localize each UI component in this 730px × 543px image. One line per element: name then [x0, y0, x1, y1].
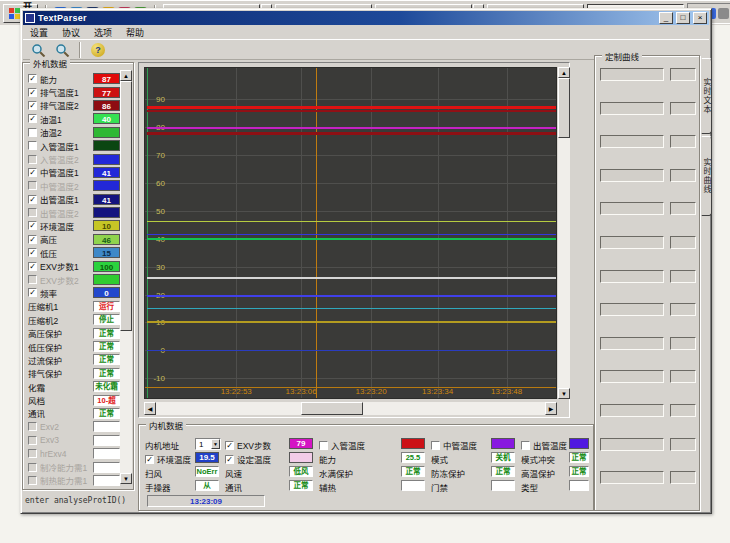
checkbox[interactable]: ✓ [28, 248, 37, 257]
checkbox[interactable]: ✓ [28, 114, 37, 123]
checkbox[interactable] [28, 436, 37, 445]
grid-line [145, 99, 556, 100]
out-temp-checkbox-row[interactable]: 出管温度 [521, 439, 567, 451]
plot-area[interactable]: 13:22:5313:23:0613:23:2013:23:3413:23:48… [144, 67, 557, 399]
item-value: 77 [93, 87, 120, 98]
env-temp-checkbox-row[interactable]: ✓环境温度 [145, 453, 191, 465]
checkbox[interactable] [28, 463, 37, 472]
scroll-up-icon[interactable]: ▲ [120, 70, 132, 81]
curve-value-field[interactable] [670, 169, 696, 182]
checkbox[interactable] [28, 476, 37, 485]
curve-name-field[interactable] [600, 102, 664, 115]
help-button[interactable]: ? [87, 41, 109, 59]
curve-name-field[interactable] [600, 270, 664, 283]
chart-vscrollbar[interactable]: ▲ ▼ [558, 67, 570, 399]
inlet-temp-checkbox-row[interactable]: 入管温度 [319, 439, 365, 451]
curve-value-field[interactable] [670, 236, 696, 249]
series-line-5 [147, 234, 556, 235]
tab-realtime-text[interactable]: 实时文本 [701, 58, 712, 134]
tab-realtime-curve[interactable]: 实时曲线 [701, 136, 712, 216]
curve-value-field[interactable] [670, 303, 696, 316]
curve-value-field[interactable] [670, 135, 696, 148]
scroll-thumb[interactable] [120, 81, 132, 331]
series-line-6 [147, 238, 556, 240]
curve-name-field[interactable] [600, 135, 664, 148]
curve-value-field[interactable] [670, 337, 696, 350]
checkbox[interactable] [28, 181, 37, 190]
checkbox[interactable]: ✓ [28, 221, 37, 230]
chevron-down-icon[interactable]: ▼ [211, 439, 220, 449]
checkbox[interactable]: ✓ [145, 455, 154, 464]
curve-name-field[interactable] [600, 68, 664, 81]
curve-name-field[interactable] [600, 337, 664, 350]
curve-name-field[interactable] [600, 370, 664, 383]
checkbox[interactable] [319, 441, 328, 450]
checkbox[interactable]: ✓ [28, 195, 37, 204]
checkbox[interactable]: ✓ [28, 235, 37, 244]
curve-value-field[interactable] [670, 270, 696, 283]
exv-steps-checkbox-row[interactable]: ✓EXV步数 [225, 439, 271, 451]
address-select[interactable]: 1▼ [195, 438, 221, 450]
scroll-up-icon[interactable]: ▲ [558, 67, 570, 78]
scroll-right-icon[interactable]: ▶ [545, 402, 557, 415]
outdoor-item-25: 通讯正常 [26, 407, 120, 420]
scroll-thumb[interactable] [558, 78, 570, 138]
menu-item-2[interactable]: 选项 [87, 26, 119, 39]
scroll-thumb[interactable] [301, 402, 363, 415]
checkbox[interactable]: ✓ [28, 88, 37, 97]
checkbox[interactable] [28, 128, 37, 137]
scroll-left-icon[interactable]: ◀ [144, 402, 156, 415]
maximize-button[interactable]: □ [676, 12, 690, 24]
checkbox[interactable] [28, 449, 37, 458]
curve-name-field[interactable] [600, 438, 664, 451]
curve-name-field[interactable] [600, 236, 664, 249]
checkbox[interactable]: ✓ [225, 441, 234, 450]
title-bar[interactable]: TextParser _ □ × [23, 11, 709, 25]
curve-name-field[interactable] [600, 404, 664, 417]
curve-value-field[interactable] [670, 471, 696, 484]
curve-value-field[interactable] [670, 438, 696, 451]
menu-item-1[interactable]: 协议 [55, 26, 87, 39]
checkbox[interactable] [28, 141, 37, 150]
checkbox[interactable]: ✓ [225, 455, 234, 464]
set-temp-checkbox-row[interactable]: ✓设定温度 [225, 453, 271, 465]
checkbox[interactable] [521, 441, 530, 450]
menu-item-0[interactable]: 设置 [23, 26, 55, 39]
checkbox[interactable]: ✓ [28, 168, 37, 177]
checkbox[interactable] [28, 275, 37, 284]
curve-value-field[interactable] [670, 404, 696, 417]
checkbox[interactable]: ✓ [28, 288, 37, 297]
curve-name-field[interactable] [600, 303, 664, 316]
curve-name-field[interactable] [600, 471, 664, 484]
menu-item-3[interactable]: 帮助 [119, 26, 151, 39]
checkbox[interactable] [28, 422, 37, 431]
group5-value-3 [569, 480, 589, 491]
curve-row-1 [600, 102, 696, 115]
curve-name-field[interactable] [600, 169, 664, 182]
empty-badge [289, 452, 313, 463]
outdoor-scrollbar[interactable]: ▲ ▼ [120, 70, 132, 484]
x-baseline [145, 387, 556, 388]
curve-value-field[interactable] [670, 202, 696, 215]
curve-value-field[interactable] [670, 102, 696, 115]
scroll-down-icon[interactable]: ▼ [558, 388, 570, 399]
curve-value-field[interactable] [670, 68, 696, 81]
scroll-down-icon[interactable]: ▼ [120, 473, 132, 484]
checkbox[interactable]: ✓ [28, 74, 37, 83]
curve-name-field[interactable] [600, 202, 664, 215]
minimize-button[interactable]: _ [659, 12, 673, 24]
curve-value-field[interactable] [670, 370, 696, 383]
chart-hscrollbar[interactable]: ◀ ▶ [144, 402, 557, 415]
checkbox[interactable] [28, 155, 37, 164]
mid-temp-checkbox-row[interactable]: 中管温度 [431, 439, 477, 451]
updown-tray-icon[interactable] [718, 8, 729, 19]
item-label: 压缩机2 [28, 314, 90, 326]
outdoor-item-9: ✓出管温度141 [26, 193, 120, 206]
item-value: 40 [93, 113, 120, 124]
checkbox[interactable]: ✓ [28, 101, 37, 110]
checkbox[interactable]: ✓ [28, 262, 37, 271]
checkbox[interactable] [431, 441, 440, 450]
checkbox[interactable] [28, 208, 37, 217]
item-value [93, 475, 120, 486]
close-button[interactable]: × [693, 12, 707, 24]
